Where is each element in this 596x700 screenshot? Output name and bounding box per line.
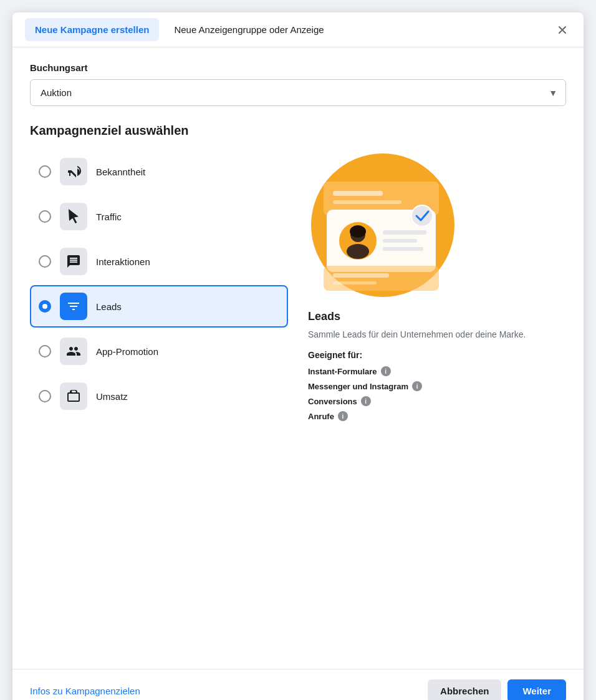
svg-rect-3	[333, 200, 401, 204]
chat-icon	[66, 254, 81, 269]
icon-box-app-promotion	[60, 338, 87, 365]
option-traffic[interactable]: Traffic	[30, 195, 288, 238]
icon-box-bekanntheit	[60, 158, 87, 185]
cancel-button[interactable]: Abbrechen	[428, 679, 501, 700]
radio-umsatz	[39, 390, 51, 402]
info-icon-messenger-instagram[interactable]: i	[412, 381, 422, 391]
option-bekanntheit[interactable]: Bekanntheit	[30, 150, 288, 193]
svg-point-13	[412, 206, 432, 226]
buchungsart-select[interactable]: Auktion Reservierung	[30, 79, 566, 106]
megaphone-icon	[66, 164, 81, 179]
svg-rect-9	[383, 230, 426, 235]
suited-label: Geeignet für:	[308, 350, 362, 360]
tag-conversions: Conversions i	[308, 396, 422, 406]
filter-icon	[66, 299, 81, 314]
svg-rect-15	[333, 273, 389, 278]
option-leads[interactable]: Leads	[30, 285, 288, 328]
info-column: Leads Sammle Leads für dein Unternehmen …	[308, 150, 566, 654]
group-icon	[66, 344, 81, 359]
icon-box-traffic	[60, 203, 87, 230]
kampagnenziele-link[interactable]: Infos zu Kampagnenzielen	[30, 686, 140, 696]
svg-rect-10	[383, 239, 417, 243]
tab-neue-kampagne[interactable]: Neue Kampagne erstellen	[25, 18, 159, 41]
weiter-button[interactable]: Weiter	[507, 679, 566, 700]
campaign-grid: Bekanntheit Traffic	[30, 150, 566, 654]
label-leads: Leads	[96, 301, 122, 312]
close-button[interactable]	[551, 19, 574, 41]
buchungsart-label: Buchungsart	[30, 62, 566, 73]
illustration-wrapper	[308, 150, 458, 300]
label-app-promotion: App-Promotion	[96, 346, 158, 357]
option-app-promotion[interactable]: App-Promotion	[30, 330, 288, 372]
icon-box-umsatz	[60, 382, 87, 410]
option-interaktionen[interactable]: Interaktionen	[30, 240, 288, 283]
modal-container: Neue Kampagne erstellen Neue Anzeigengru…	[12, 12, 584, 700]
radio-interaktionen	[39, 255, 51, 268]
leads-illustration	[308, 150, 458, 300]
svg-rect-11	[383, 247, 423, 251]
svg-rect-16	[333, 281, 377, 284]
info-icon-instant-formulare[interactable]: i	[381, 366, 391, 376]
tag-messenger-instagram: Messenger und Instagram i	[308, 381, 422, 391]
tag-label-anrufe: Anrufe	[308, 412, 334, 421]
tags-list: Instant-Formulare i Messenger und Instag…	[308, 366, 422, 421]
footer-buttons: Abbrechen Weiter	[428, 679, 566, 700]
tag-label-conversions: Conversions	[308, 397, 357, 406]
tag-label-instant-formulare: Instant-Formulare	[308, 367, 377, 376]
buchungsart-dropdown-wrapper: Auktion Reservierung ▼	[30, 79, 566, 106]
info-icon-conversions[interactable]: i	[361, 396, 371, 406]
svg-point-7	[347, 244, 369, 259]
option-umsatz[interactable]: Umsatz	[30, 375, 288, 417]
options-column: Bekanntheit Traffic	[30, 150, 288, 654]
radio-traffic	[39, 210, 51, 223]
label-traffic: Traffic	[96, 211, 122, 222]
icon-box-leads	[60, 293, 87, 320]
modal-header: Neue Kampagne erstellen Neue Anzeigengru…	[12, 12, 584, 47]
radio-app-promotion	[39, 345, 51, 357]
svg-point-8	[350, 225, 366, 238]
icon-box-interaktionen	[60, 248, 87, 275]
info-description: Sammle Leads für dein Unternehmen oder d…	[308, 328, 526, 341]
svg-rect-14	[324, 266, 439, 291]
svg-rect-2	[333, 191, 383, 196]
label-interaktionen: Interaktionen	[96, 256, 150, 267]
info-icon-anrufe[interactable]: i	[338, 411, 348, 421]
tab-neue-anzeigengruppe[interactable]: Neue Anzeigengruppe oder Anzeige	[164, 18, 334, 41]
tag-anrufe: Anrufe i	[308, 411, 422, 421]
tag-instant-formulare: Instant-Formulare i	[308, 366, 422, 376]
info-title: Leads	[308, 310, 340, 323]
close-icon	[556, 24, 569, 36]
modal-body: Buchungsart Auktion Reservierung ▼ Kampa…	[12, 47, 584, 669]
briefcase-icon	[66, 389, 81, 404]
cursor-icon	[66, 209, 81, 224]
label-umsatz: Umsatz	[96, 391, 128, 402]
radio-bekanntheit	[39, 165, 51, 178]
radio-leads	[39, 300, 51, 313]
modal-footer: Infos zu Kampagnenzielen Abbrechen Weite…	[12, 669, 584, 700]
tag-label-messenger-instagram: Messenger und Instagram	[308, 382, 408, 391]
label-bekanntheit: Bekanntheit	[96, 167, 145, 177]
kampagnenziel-label: Kampagnenziel auswählen	[30, 124, 566, 138]
